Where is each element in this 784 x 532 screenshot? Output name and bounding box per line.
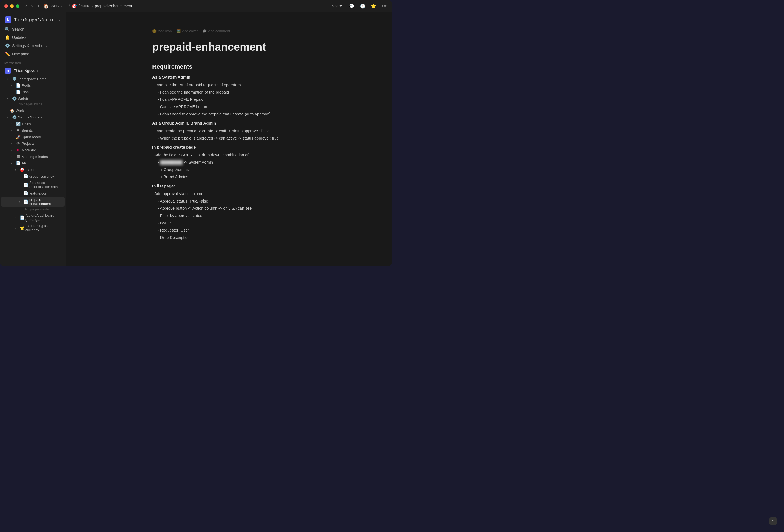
- workspace-header[interactable]: N Thien Nguyen's Notion ⌄: [1, 14, 65, 25]
- prepaid-create-heading: In prepaid create page: [152, 145, 306, 149]
- tree-item-welab[interactable]: ▾ ⚙️ Welab: [1, 95, 65, 102]
- breadcrumb-ellipsis[interactable]: ...: [64, 4, 67, 8]
- plan-icon: 📄: [16, 90, 20, 94]
- tree-item-plan[interactable]: › 📄 Plan: [1, 89, 65, 95]
- add-comment-label: Add comment: [208, 29, 230, 33]
- tree-item-projects[interactable]: › ◎ Projects: [1, 140, 65, 146]
- line-9: - ████████ -> SystemAdmin: [152, 159, 306, 166]
- forward-button[interactable]: ›: [30, 3, 34, 9]
- breadcrumb-work[interactable]: Work: [51, 4, 59, 8]
- tree-item-sprint-board[interactable]: › 🚀 Sprint board: [1, 134, 65, 140]
- toggle-seamless-reconciliation[interactable]: ›: [19, 184, 23, 186]
- toggle-feature-crypto[interactable]: ›: [15, 227, 19, 230]
- tree-item-mock-api[interactable]: › ❖ Mock API: [1, 147, 65, 153]
- gamify-studios-label: Gamify Studios: [18, 115, 61, 119]
- feature-con-label: feature/con: [29, 191, 61, 195]
- feature-crypto-icon: 🌟: [20, 226, 24, 230]
- toggle-projects[interactable]: ›: [11, 142, 15, 145]
- add-comment-button[interactable]: 💬 Add comment: [202, 28, 230, 34]
- add-cover-button[interactable]: 🖼️ Add cover: [176, 28, 198, 34]
- maximize-button[interactable]: [16, 4, 20, 8]
- toggle-group-currency[interactable]: ›: [19, 175, 23, 178]
- add-button[interactable]: +: [35, 3, 41, 9]
- toggle-redis[interactable]: ›: [11, 84, 15, 87]
- tree-item-api[interactable]: ▾ 📄 API: [1, 160, 65, 166]
- titlebar: ‹ › + 🏠 Work / ... / 🎯 feature / prepaid…: [0, 0, 392, 12]
- tree-item-tasks[interactable]: › ☑️ Tasks: [1, 121, 65, 127]
- toggle-teamspace-home[interactable]: ▾: [7, 78, 11, 80]
- toggle-feature[interactable]: ▾: [15, 168, 19, 171]
- tree-item-redis[interactable]: › 📄 Redis: [1, 82, 65, 88]
- work-label: Work: [16, 109, 61, 113]
- add-icon-button[interactable]: 😊 Add icon: [152, 28, 172, 34]
- toggle-meeting-minutes[interactable]: ›: [11, 155, 15, 158]
- tree-item-meeting-minutes[interactable]: › ▦ Meeting minutes: [1, 153, 65, 160]
- toggle-api[interactable]: ▾: [11, 162, 15, 165]
- tree-item-sprints[interactable]: › ≡ Sprints: [1, 127, 65, 133]
- breadcrumb-sep-1: /: [61, 4, 62, 8]
- user-name: Thien Nguyen: [14, 68, 37, 73]
- back-button[interactable]: ‹: [24, 3, 28, 9]
- teamspace-home-icon: ⚙️: [12, 77, 17, 81]
- breadcrumb: 🏠 Work / ... / 🎯 feature / prepaid-enhan…: [44, 4, 329, 9]
- toggle-prepaid-enhancement[interactable]: ▾: [19, 200, 23, 203]
- sidebar-item-new-page[interactable]: ✏️ New page: [1, 50, 65, 58]
- tree-item-seamless-reconciliation[interactable]: › 📄 Seamless reconciliation retry: [1, 180, 65, 190]
- tree-item-work[interactable]: 🏠 Work: [1, 108, 65, 114]
- toggle-tasks[interactable]: ›: [11, 122, 15, 125]
- toggle-welab[interactable]: ▾: [7, 97, 11, 100]
- tree-item-teamspace-home[interactable]: ▾ ⚙️ Teamspace Home: [1, 76, 65, 82]
- tree-item-feature-con[interactable]: › 📄 feature/con: [1, 190, 65, 196]
- sprints-label: Sprints: [22, 128, 61, 133]
- close-button[interactable]: [4, 4, 8, 8]
- toggle-mock-api[interactable]: ›: [11, 148, 15, 151]
- line-15: - Filter by approval status: [152, 213, 306, 219]
- tree-item-gamify-studios[interactable]: ▾ ⚙️ Gamify Studios: [1, 114, 65, 120]
- toggle-feature-con[interactable]: ›: [19, 192, 23, 195]
- add-icon-emoji: 😊: [152, 29, 157, 33]
- new-page-label: New page: [12, 52, 61, 56]
- add-comment-emoji: 💬: [202, 29, 207, 33]
- minimize-button[interactable]: [10, 4, 14, 8]
- line-17: - Requester: User: [152, 227, 306, 234]
- comment-icon-button[interactable]: 💬: [348, 2, 356, 10]
- teamspace-home-label: Teamspace Home: [18, 77, 61, 81]
- toggle-plan[interactable]: ›: [11, 91, 15, 93]
- sidebar-item-settings[interactable]: ⚙️ Settings & members: [1, 42, 65, 50]
- group-admin-heading: As a Group Admin, Brand Admin: [152, 121, 306, 125]
- tree-item-prepaid-enhancement[interactable]: ▾ 📄 prepaid-enhancement: [1, 197, 65, 206]
- tree-item-group-currency[interactable]: › 📄 group_currency: [1, 173, 65, 179]
- updates-label: Updates: [12, 35, 61, 40]
- group-currency-label: group_currency: [29, 174, 61, 178]
- settings-icon: ⚙️: [5, 43, 10, 48]
- sidebar-item-search[interactable]: 🔍 Search: [1, 25, 65, 33]
- sidebar-user[interactable]: N Thien Nguyen: [1, 66, 65, 75]
- share-button[interactable]: Share: [329, 3, 345, 9]
- toggle-gamify-studios[interactable]: ▾: [7, 116, 11, 119]
- feature-con-icon: 📄: [24, 191, 28, 195]
- line-10: - + Group Admins: [152, 166, 306, 173]
- breadcrumb-feature[interactable]: feature: [79, 4, 91, 8]
- tree-item-feature-dashboard[interactable]: › 📄 feature/dashboard-gross-ga...: [1, 213, 65, 223]
- more-options-button[interactable]: •••: [381, 2, 388, 9]
- tasks-label: Tasks: [22, 122, 61, 126]
- api-label: API: [22, 161, 61, 165]
- feature-breadcrumb-icon: 🎯: [72, 4, 77, 9]
- user-icon: N: [5, 67, 11, 74]
- history-icon-button[interactable]: 🕐: [359, 2, 367, 10]
- add-icon-label: Add icon: [158, 29, 172, 33]
- traffic-lights: [4, 4, 20, 8]
- breadcrumb-current[interactable]: prepaid-enhancement: [95, 4, 132, 8]
- toggle-sprints[interactable]: ›: [11, 129, 15, 132]
- tree-item-feature[interactable]: ▾ 🎯 feature: [1, 167, 65, 173]
- line-13: - Approval status: True/False: [152, 198, 306, 205]
- toggle-feature-dashboard[interactable]: ›: [15, 216, 19, 219]
- favorite-icon-button[interactable]: ⭐: [370, 2, 377, 10]
- system-admin-heading: As a System Admin: [152, 75, 306, 79]
- tree-item-feature-crypto[interactable]: › 🌟 feature/crypto-currency: [1, 223, 65, 233]
- toggle-sprint-board[interactable]: ›: [11, 136, 15, 138]
- prepaid-enhancement-no-pages: No pages inside: [0, 207, 66, 213]
- sprint-board-label: Sprint board: [22, 135, 61, 139]
- line-16: - Issuer: [152, 220, 306, 227]
- sidebar-item-updates[interactable]: 🔔 Updates: [1, 34, 65, 41]
